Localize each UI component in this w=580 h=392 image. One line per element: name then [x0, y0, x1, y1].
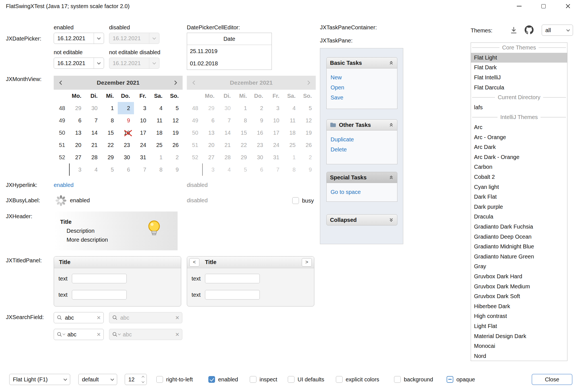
calendar-day[interactable]: 4	[150, 102, 166, 114]
taskpane-header-collapsed[interactable]: Collapsed	[326, 214, 397, 225]
github-button[interactable]	[525, 25, 534, 36]
spinner-up-button[interactable]	[139, 374, 147, 379]
theme-item-gruvbox-dark-medium[interactable]: Gruvbox Dark Medium	[471, 281, 567, 291]
hyperlink-enabled[interactable]: enabled	[54, 182, 74, 188]
taskpane-action-go-to-space[interactable]: Go to space	[331, 187, 397, 197]
calendar-day[interactable]: 2	[166, 151, 183, 163]
taskpane-action-duplicate[interactable]: Duplicate	[331, 134, 397, 144]
theme-item-gruvbox-dark-hard[interactable]: Gruvbox Dark Hard	[471, 272, 567, 282]
theme-item-dracula[interactable]: Dracula	[471, 212, 567, 222]
calendar-day[interactable]: 5	[166, 102, 183, 114]
calendar-day[interactable]: 30	[118, 151, 134, 163]
calendar-day[interactable]: 29	[102, 151, 118, 163]
font-size-spinner[interactable]: 12	[125, 374, 147, 385]
taskpane-header-other-tasks[interactable]: Other Tasks	[326, 119, 397, 130]
checkbox-enabled[interactable]: enabled	[208, 374, 238, 385]
calendar-day[interactable]: 8	[150, 163, 166, 176]
text-input[interactable]	[205, 274, 260, 283]
close-window-button[interactable]	[556, 0, 580, 12]
themes-filter-combobox[interactable]: all	[542, 25, 573, 36]
calendar-day[interactable]: 17	[134, 127, 150, 139]
theme-item-material-design-dark[interactable]: Material Design Dark	[471, 331, 567, 341]
calendar-day[interactable]: 28	[85, 151, 102, 163]
checkbox-right-to-left[interactable]: right-to-left	[156, 374, 193, 385]
calendar-day[interactable]: 22	[102, 139, 118, 151]
theme-item-arc-dark-orange[interactable]: Arc Dark - Orange	[471, 152, 567, 162]
calendar-day[interactable]: 9	[166, 163, 183, 176]
theme-item-lafs[interactable]: lafs	[471, 103, 567, 113]
calendar-day[interactable]: 16	[118, 127, 134, 139]
calendar-day[interactable]: 31	[134, 151, 150, 163]
calendar-day[interactable]: 5	[102, 163, 118, 176]
theme-item-arc[interactable]: Arc	[471, 122, 567, 132]
calendar-day[interactable]: 19	[166, 127, 183, 139]
laf-combobox[interactable]: Flat Light (F1)	[9, 374, 70, 385]
theme-item-high-contrast[interactable]: High contrast	[471, 311, 567, 321]
checkbox-opaque[interactable]: opaque	[447, 374, 475, 385]
theme-item-flat-intellij[interactable]: Flat IntelliJ	[471, 73, 567, 83]
next-month-button[interactable]	[168, 76, 183, 90]
calendar-day[interactable]: 30	[85, 102, 102, 114]
table-row[interactable]: 25.11.2019	[187, 45, 272, 57]
checkbox-busy[interactable]: busy	[292, 195, 314, 206]
table-row[interactable]: 01.02.2018	[187, 57, 272, 70]
taskpane-action-save[interactable]: Save	[331, 92, 397, 103]
theme-item-cobalt-2[interactable]: Cobalt 2	[471, 172, 567, 182]
theme-item-monocai[interactable]: Monocai	[471, 341, 567, 351]
checkbox-inspect[interactable]: inspect	[250, 374, 277, 385]
titledpanel-left-button[interactable]: <	[189, 258, 199, 267]
calendar-day[interactable]: 6	[118, 163, 134, 176]
calendar-day[interactable]: 7	[134, 163, 150, 176]
theme-item-dark-purple[interactable]: Dark purple	[471, 202, 567, 212]
calendar-day[interactable]: 18	[150, 127, 166, 139]
calendar-day[interactable]: 23	[118, 139, 134, 151]
theme-item-gradianto-deep-ocean[interactable]: Gradianto Deep Ocean	[471, 232, 567, 242]
calendar-day[interactable]: 11	[150, 114, 166, 127]
calendar-day[interactable]: 21	[85, 139, 102, 151]
calendar-day[interactable]: 6	[69, 114, 85, 127]
checkbox-background[interactable]: background	[394, 374, 433, 385]
theme-item-hiberbee-dark[interactable]: Hiberbee Dark	[471, 301, 567, 311]
calendar-day[interactable]: 20	[69, 139, 85, 151]
checkbox-ui-defaults[interactable]: UI defaults	[288, 374, 324, 385]
datepicker-not-editable[interactable]: 16.12.2021	[54, 58, 104, 69]
checkbox-explicit-colors[interactable]: explicit colors	[336, 374, 379, 385]
theme-item-dark-flat[interactable]: Dark Flat	[471, 192, 567, 202]
datepicker-arrow-button[interactable]	[94, 58, 104, 68]
taskpane-header-basic-tasks[interactable]: Basic Tasks	[326, 57, 397, 68]
theme-item-arc-orange[interactable]: Arc - Orange	[471, 132, 567, 142]
theme-item-cyan-light[interactable]: Cyan light	[471, 182, 567, 192]
taskpane-action-open[interactable]: Open	[331, 82, 397, 92]
calendar-day[interactable]: 10	[134, 114, 150, 127]
searchfield-dropdown-enabled[interactable]: abc×	[54, 329, 104, 340]
calendar-day[interactable]: 15	[102, 127, 118, 139]
clear-icon[interactable]: ×	[97, 331, 101, 338]
titledpanel-right-button[interactable]: >	[302, 258, 312, 267]
searchfield-enabled[interactable]: abc×	[54, 312, 104, 323]
taskpane-header-special-tasks[interactable]: Special Tasks	[326, 172, 397, 183]
theme-item-gradianto-midnight-blue[interactable]: Gradianto Midnight Blue	[471, 242, 567, 252]
theme-item-gradianto-nature-green[interactable]: Gradianto Nature Green	[471, 251, 567, 262]
font-combobox[interactable]: default	[78, 374, 117, 385]
theme-item-flat-light[interactable]: Flat Light	[471, 53, 567, 63]
theme-item-gruvbox-dark-soft[interactable]: Gruvbox Dark Soft	[471, 291, 567, 301]
minimize-button[interactable]	[507, 0, 531, 12]
calendar-day[interactable]: 4	[85, 163, 102, 176]
theme-item-nord[interactable]: Nord	[471, 351, 567, 361]
taskpane-action-new[interactable]: New	[331, 72, 397, 82]
text-input[interactable]	[72, 274, 127, 283]
clear-icon[interactable]: ×	[97, 314, 101, 321]
calendar-day[interactable]: 26	[166, 139, 183, 151]
theme-item-arc-dark[interactable]: Arc Dark	[471, 142, 567, 152]
theme-item-flat-darcula[interactable]: Flat Darcula	[471, 82, 567, 92]
calendar-day[interactable]: 12	[166, 114, 183, 127]
maximize-button[interactable]	[531, 0, 556, 12]
text-input[interactable]	[205, 290, 260, 300]
theme-item-flat-dark[interactable]: Flat Dark	[471, 63, 567, 73]
calendar-day[interactable]: 8	[102, 114, 118, 127]
calendar-day[interactable]: 3	[69, 163, 85, 176]
calendar-day[interactable]: 14	[85, 127, 102, 139]
theme-item-light-flat[interactable]: Light Flat	[471, 321, 567, 331]
calendar-day[interactable]: 27	[69, 151, 85, 163]
download-button[interactable]	[510, 26, 518, 36]
